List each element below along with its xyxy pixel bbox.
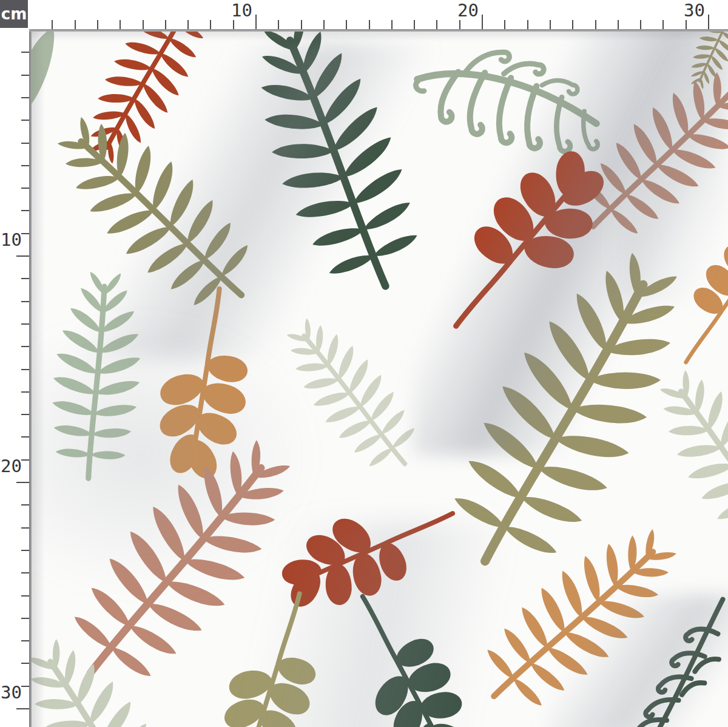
- ruler-label-top-10: 10: [218, 1, 252, 21]
- ruler-tick-top-6cm: [165, 20, 166, 29]
- ruler-tick-left-4cm: [21, 120, 29, 121]
- ruler-tick-left-10cm: [16, 255, 29, 257]
- ruler-tick-top-13cm: [323, 20, 325, 29]
- ruler-tick-top-28cm: [662, 20, 664, 29]
- ruler-tick-top-23cm: [550, 20, 551, 29]
- ruler-tick-left-3cm: [21, 97, 29, 98]
- branch-rust-middle-right: [416, 126, 635, 359]
- ruler-tick-left-28cm: [21, 663, 29, 664]
- ruler-tick-left-27cm: [21, 640, 29, 641]
- ruler-tick-left-1cm: [21, 52, 29, 53]
- ruler-tick-top-21cm: [504, 20, 505, 29]
- ruler-tick-left-16cm: [21, 391, 29, 393]
- fern-sage-left-edge: [44, 267, 151, 482]
- branch-caramel-center-left: [143, 282, 266, 489]
- ruler-tick-left-13cm: [21, 323, 29, 325]
- fabric-ruler-preview: 102030 102030 cm: [0, 0, 728, 727]
- ruler-tick-left-24cm: [21, 572, 29, 573]
- ruler-tick-left-26cm: [21, 618, 29, 619]
- ruler-tick-top-2cm: [75, 20, 76, 29]
- fern-dark-green-top: [226, 0, 442, 308]
- ruler-tick-top-16cm: [391, 20, 393, 29]
- ruler-tick-left-25cm: [21, 595, 29, 597]
- ruler-tick-left-20cm: [16, 482, 29, 483]
- fern-pale-center: [266, 302, 434, 487]
- branch-orange-right-edge: [654, 210, 728, 384]
- ruler-tick-left-17cm: [21, 414, 29, 415]
- ruler-tick-left-18cm: [21, 436, 29, 438]
- ruler-vertical: 102030: [0, 29, 29, 727]
- ruler-tick-left-7cm: [21, 188, 29, 189]
- ruler-tick-top-4cm: [120, 20, 121, 29]
- ruler-tick-top-26cm: [618, 20, 619, 29]
- ruler-tick-top-19cm: [459, 20, 460, 29]
- leaf-pattern: [0, 0, 728, 727]
- ruler-tick-left-22cm: [21, 527, 29, 529]
- ruler-tick-top-10cm: [255, 15, 257, 29]
- ruler-tick-top-3cm: [97, 20, 98, 29]
- ruler-tick-left-5cm: [21, 143, 29, 144]
- ruler-tick-left-8cm: [21, 210, 29, 211]
- ruler-tick-top-24cm: [572, 20, 573, 29]
- ruler-tick-top-27cm: [640, 20, 641, 29]
- ruler-unit-box: cm: [0, 0, 29, 29]
- ruler-tick-top-30cm: [708, 15, 709, 29]
- ruler-tick-top-12cm: [301, 20, 302, 29]
- ruler-tick-left-11cm: [21, 278, 29, 279]
- ruler-tick-top-7cm: [187, 20, 189, 29]
- ruler-tick-top-17cm: [414, 20, 415, 29]
- ruler-unit-label: cm: [1, 6, 27, 22]
- ruler-tick-top-11cm: [278, 20, 279, 29]
- ruler-tick-top-8cm: [210, 20, 211, 29]
- ruler-tick-top-14cm: [346, 20, 347, 29]
- ruler-tick-top-1cm: [52, 20, 53, 29]
- ruler-tick-top-15cm: [369, 20, 370, 29]
- ruler-horizontal: 102030: [29, 0, 728, 29]
- ruler-label-top-30: 30: [671, 1, 705, 21]
- ruler-label-left-10: 10: [0, 231, 23, 251]
- ruler-tick-left-30cm: [16, 708, 29, 709]
- curly-fishbone-dark-green-corner: [604, 600, 728, 727]
- ruler-label-left-20: 20: [0, 457, 23, 478]
- ruler-tick-top-18cm: [436, 20, 437, 29]
- ruler-tick-left-2cm: [21, 75, 29, 76]
- ruler-tick-top-9cm: [233, 20, 234, 29]
- ruler-tick-left-21cm: [21, 504, 29, 506]
- ruler-label-top-20: 20: [445, 1, 479, 21]
- ruler-label-left-30: 30: [0, 683, 23, 704]
- ruler-tick-top-25cm: [595, 20, 596, 29]
- curly-fern-sage-top-right: [410, 41, 608, 157]
- ruler-tick-left-14cm: [21, 346, 29, 347]
- fern-khaki-olive-left: [33, 91, 277, 333]
- fabric-top-edge: [29, 29, 728, 32]
- ruler-tick-top-20cm: [482, 15, 483, 29]
- ruler-tick-top-22cm: [527, 20, 528, 29]
- ruler-tick-top-29cm: [686, 20, 687, 29]
- ruler-tick-left-6cm: [21, 165, 29, 166]
- fabric-left-edge: [29, 29, 32, 727]
- ruler-tick-top-5cm: [143, 20, 144, 29]
- ruler-tick-left-12cm: [21, 301, 29, 302]
- ruler-tick-left-15cm: [21, 369, 29, 370]
- ruler-tick-left-23cm: [21, 550, 29, 551]
